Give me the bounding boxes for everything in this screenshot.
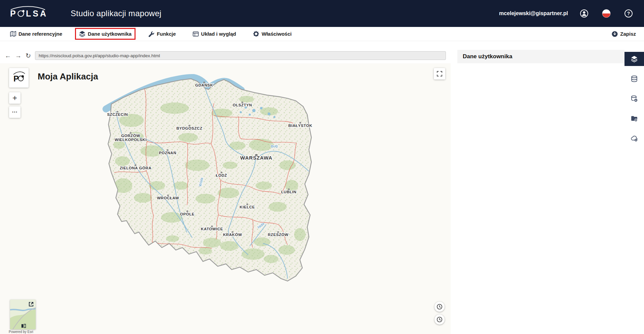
page-title: Studio aplikacji mapowej bbox=[71, 9, 161, 18]
svg-text:LSA: LSA bbox=[26, 9, 46, 18]
data-services-tool[interactable] bbox=[624, 92, 644, 106]
refresh-icon[interactable]: ↻ bbox=[26, 53, 31, 59]
tab-dane-referencyjne[interactable]: Dane referencyjne bbox=[6, 28, 66, 40]
tab-dane-uzytkownika[interactable]: Dane użytkownika bbox=[75, 28, 136, 40]
svg-text:ZIELONA GÓRA: ZIELONA GÓRA bbox=[120, 166, 152, 170]
folder-icon bbox=[631, 115, 638, 122]
svg-text:RZESZÓW: RZESZÓW bbox=[268, 233, 288, 237]
tab-uklad-i-wyglad[interactable]: Układ i wygląd bbox=[189, 28, 240, 40]
tab-wlasciwosci[interactable]: Właściwości bbox=[249, 28, 296, 40]
esri-attribution: Powered by Esri bbox=[9, 330, 33, 334]
app-logo: P bbox=[9, 68, 29, 88]
tab-funkcje[interactable]: Funkcje bbox=[144, 28, 180, 40]
more-tools-button[interactable]: ... bbox=[9, 106, 21, 118]
city-label: WARSZAWA bbox=[240, 154, 272, 161]
panel-title: Dane użytkownika bbox=[457, 50, 624, 63]
map-app-title: Moja Aplikacja bbox=[38, 71, 98, 82]
svg-text:OLSZTYN: OLSZTYN bbox=[233, 103, 252, 107]
basemap-layers-icon bbox=[631, 75, 638, 82]
svg-text:WROCŁAW: WROCŁAW bbox=[157, 196, 179, 200]
svg-text:LUBLIN: LUBLIN bbox=[281, 190, 296, 194]
cloud-tool[interactable] bbox=[624, 131, 644, 145]
forward-icon[interactable]: → bbox=[15, 53, 22, 59]
clock-icon bbox=[437, 304, 443, 310]
clock-icon bbox=[437, 316, 443, 323]
map-canvas[interactable]: BugWisłaNida GDAŃSKOLSZTYNSZCZECINBIAŁYS… bbox=[0, 63, 451, 334]
url-input[interactable] bbox=[35, 51, 446, 60]
language-flag-icon[interactable] bbox=[600, 7, 612, 20]
overview-map[interactable] bbox=[10, 300, 36, 329]
studio-toolbar: Dane referencyjne Dane użytkownika Funkc… bbox=[0, 27, 644, 41]
account-icon[interactable] bbox=[578, 7, 590, 20]
user-data-panel: Dane użytkownika bbox=[457, 50, 624, 334]
svg-text:BIAŁYSTOK: BIAŁYSTOK bbox=[288, 124, 312, 128]
svg-text:POZNAŃ: POZNAŃ bbox=[159, 151, 176, 155]
open-overview-icon[interactable] bbox=[29, 302, 34, 307]
svg-text:OPOLE: OPOLE bbox=[180, 212, 194, 216]
polsa-logo: P LSA bbox=[9, 5, 50, 22]
svg-text:KATOWICE: KATOWICE bbox=[201, 227, 223, 231]
user-data-layers-icon bbox=[79, 31, 85, 37]
fullscreen-button[interactable] bbox=[434, 68, 445, 79]
reference-data-icon bbox=[10, 31, 16, 37]
tab-label: Właściwości bbox=[262, 31, 292, 37]
svg-text:P: P bbox=[13, 74, 19, 83]
basemap-tool[interactable] bbox=[624, 72, 644, 86]
svg-text:ŁÓDŹ: ŁÓDŹ bbox=[216, 173, 227, 177]
svg-text:GDAŃSK: GDAŃSK bbox=[195, 83, 213, 87]
svg-text:KIELCE: KIELCE bbox=[240, 205, 255, 209]
save-label: Zapisz bbox=[620, 31, 636, 37]
app-header: P LSA Studio aplikacji mapowej mcelejews… bbox=[0, 0, 644, 27]
panel-body bbox=[457, 63, 624, 334]
zoom-in-button[interactable]: + bbox=[9, 92, 21, 104]
content-area: ← → ↻ bbox=[0, 41, 644, 334]
svg-text:BYDGOSZCZ: BYDGOSZCZ bbox=[177, 126, 202, 130]
svg-text:KRAKÓW: KRAKÓW bbox=[223, 233, 242, 237]
tab-label: Układ i wygląd bbox=[201, 31, 236, 37]
history-button[interactable] bbox=[434, 314, 445, 325]
svg-text:WARSZAWA: WARSZAWA bbox=[240, 155, 272, 161]
catalog-tool[interactable] bbox=[624, 111, 644, 126]
layers-tool[interactable] bbox=[624, 52, 644, 66]
fullscreen-icon bbox=[437, 71, 442, 76]
overview-toggle-icon[interactable] bbox=[21, 324, 26, 328]
svg-text:P: P bbox=[10, 9, 16, 18]
save-icon bbox=[611, 31, 618, 37]
svg-text:?: ? bbox=[627, 11, 630, 16]
gear-icon bbox=[253, 31, 259, 37]
back-icon[interactable]: ← bbox=[5, 53, 11, 59]
tab-label: Dane użytkownika bbox=[88, 31, 131, 37]
wrench-icon bbox=[148, 31, 154, 37]
data-services-icon bbox=[631, 95, 638, 102]
tab-label: Funkcje bbox=[157, 31, 176, 37]
layout-icon bbox=[193, 31, 199, 37]
preview-browser-bar: ← → ↻ bbox=[0, 50, 451, 61]
time-slider-button[interactable] bbox=[434, 302, 445, 312]
save-button[interactable]: Zapisz bbox=[611, 31, 638, 37]
cloud-icon bbox=[631, 135, 638, 142]
panel-icon-strip bbox=[624, 50, 644, 334]
help-icon[interactable]: ? bbox=[622, 7, 635, 20]
layers-icon bbox=[631, 56, 638, 62]
map-preview: BugWisłaNida GDAŃSKOLSZTYNSZCZECINBIAŁYS… bbox=[0, 63, 451, 334]
svg-text:SZCZECIN: SZCZECIN bbox=[107, 112, 128, 116]
user-email: mcelejewski@gispartner.pl bbox=[499, 10, 568, 16]
tab-label: Dane referencyjne bbox=[18, 31, 62, 37]
